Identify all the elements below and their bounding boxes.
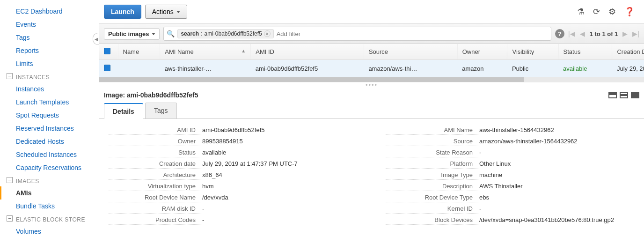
sidebar-link-spot[interactable]: Spot Requests [0, 109, 99, 122]
filter-scope-label: Public images [108, 30, 149, 37]
detail-value: 899538854915 [202, 138, 358, 146]
col-owner[interactable]: Owner [457, 44, 507, 60]
detail-value: AWS Thinstaller [479, 183, 635, 191]
pane-top-icon[interactable] [608, 92, 617, 98]
col-ami-id[interactable]: AMI ID [251, 44, 364, 60]
chip-sep: : [201, 30, 202, 37]
sort-asc-icon: ▲ [241, 48, 246, 53]
sidebar-link-tags[interactable]: Tags [0, 31, 99, 44]
detail-value: - [202, 205, 358, 214]
details-right-column: AMI Nameaws-thinstaller-1564432962 Sourc… [386, 126, 635, 228]
chip-remove-icon[interactable]: × [264, 30, 271, 37]
select-all-checkbox[interactable] [104, 48, 110, 54]
chip-key: search [181, 30, 199, 37]
detail-label: Description [386, 183, 479, 191]
cell-ami-name: aws-thinstaller-… [160, 60, 251, 78]
detail-label: Source [386, 138, 479, 146]
split-handle-icon[interactable]: •••• [99, 82, 644, 88]
filter-scope-dropdown[interactable]: Public images [104, 28, 160, 40]
details-body: AMI IDami-0bab9d6dffb52fef5 Owner8995388… [99, 119, 644, 235]
detail-value: x86_64 [202, 171, 358, 180]
detail-label: RAM disk ID [109, 205, 202, 214]
row-checkbox[interactable] [104, 65, 110, 71]
cell-source: amazon/aws-thi… [364, 60, 457, 78]
detail-value: ami-0bab9d6dffb52fef5 [202, 126, 358, 135]
gear-icon[interactable]: ⚙ [608, 7, 616, 17]
help-top-icon[interactable]: ❓ [624, 7, 635, 17]
col-status[interactable]: Status [558, 44, 612, 60]
chevron-down-icon [152, 33, 155, 35]
add-filter-input[interactable] [277, 30, 548, 37]
sidebar-group-ebs: ELASTIC BLOCK STORE [0, 213, 99, 225]
detail-value: available [202, 149, 358, 157]
sidebar: EC2 Dashboard Events Tags Reports Limits… [0, 0, 99, 244]
cell-status: available [558, 60, 612, 78]
page-first-icon[interactable]: |◀ [568, 30, 575, 37]
pane-split-icon[interactable] [620, 92, 628, 98]
search-box[interactable]: 🔍 search : ami-0bab9d6dffb52fef5 × [163, 27, 551, 41]
cell-name [118, 60, 160, 78]
search-icon: 🔍 [167, 30, 175, 37]
tab-details[interactable]: Details [104, 103, 143, 119]
sidebar-link-limits[interactable]: Limits [0, 57, 99, 70]
col-visibility[interactable]: Visibility [507, 44, 558, 60]
detail-value: aws-thinstaller-1564432962 [479, 126, 635, 135]
main-panel: Launch Actions ⚗ ⟳ ⚙ ❓ Public images 🔍 s… [99, 0, 644, 244]
detail-label: Platform [386, 160, 479, 169]
page-last-icon[interactable]: ▶| [632, 30, 639, 37]
pane-layout-icons [608, 92, 639, 98]
table-row[interactable]: aws-thinstaller-… ami-0bab9d6dffb52fef5 … [99, 60, 644, 78]
sidebar-link-reserved[interactable]: Reserved Instances [0, 122, 99, 135]
collapse-icon[interactable]: − [7, 73, 13, 79]
detail-header: Image: ami-0bab9d6dffb52fef5 [99, 88, 644, 103]
sidebar-link-launch-templates[interactable]: Launch Templates [0, 96, 99, 109]
actions-button[interactable]: Actions [145, 5, 187, 19]
detail-value: - [202, 216, 358, 225]
detail-value: machine [479, 171, 635, 180]
col-source[interactable]: Source [364, 44, 457, 60]
pager: |◀ ◀ 1 to 1 of 1 ▶ ▶| [568, 30, 639, 37]
sidebar-link-capacity[interactable]: Capacity Reservations [0, 161, 99, 174]
refresh-icon[interactable]: ⟳ [593, 7, 600, 17]
help-icon[interactable]: ? [555, 29, 564, 38]
sidebar-group-images: IMAGES [0, 174, 99, 186]
detail-label: Block Devices [386, 216, 479, 225]
detail-label: Creation date [109, 160, 202, 169]
cell-creation: July 29, 2019 at 1:47:37 PM… [612, 60, 644, 78]
col-name[interactable]: Name [118, 44, 160, 60]
sidebar-link-volumes[interactable]: Volumes [0, 225, 99, 238]
pager-text: 1 to 1 of 1 [590, 30, 618, 37]
horizontal-scrollbar[interactable] [99, 77, 644, 82]
detail-label: Architecture [109, 171, 202, 180]
cell-ami-id: ami-0bab9d6dffb52fef5 [251, 60, 364, 78]
page-prev-icon[interactable]: ◀ [580, 30, 585, 37]
sidebar-link-reports[interactable]: Reports [0, 44, 99, 57]
top-icons: ⚗ ⟳ ⚙ ❓ [577, 7, 639, 17]
page-next-icon[interactable]: ▶ [622, 30, 628, 37]
col-creation[interactable]: Creation Date [612, 44, 644, 60]
sidebar-link-dashboard[interactable]: EC2 Dashboard [0, 5, 99, 18]
toolbar: Launch Actions ⚗ ⟳ ⚙ ❓ [99, 0, 644, 23]
sidebar-link-amis[interactable]: AMIs [0, 186, 99, 200]
filter-chip[interactable]: search : ami-0bab9d6dffb52fef5 × [177, 29, 273, 38]
detail-value: July 29, 2019 at 1:47:37 PM UTC-7 [202, 160, 358, 169]
col-ami-name[interactable]: AMI Name▲ [160, 44, 251, 60]
detail-label: Status [109, 149, 202, 157]
sidebar-link-instances[interactable]: Instances [0, 82, 99, 96]
sidebar-link-bundle[interactable]: Bundle Tasks [0, 200, 99, 213]
sidebar-link-scheduled[interactable]: Scheduled Instances [0, 148, 99, 161]
detail-value: amazon/aws-thinstaller-1564432962 [479, 138, 635, 146]
tab-tags[interactable]: Tags [145, 103, 177, 118]
sidebar-link-dedicated[interactable]: Dedicated Hosts [0, 135, 99, 148]
detail-label: Product Codes [109, 216, 202, 225]
sidebar-link-events[interactable]: Events [0, 18, 99, 31]
collapse-icon[interactable]: − [7, 215, 13, 222]
detail-label: Root Device Type [386, 194, 479, 202]
detail-value: /dev/xvda [202, 194, 358, 202]
collapse-icon[interactable]: − [7, 177, 13, 183]
pane-full-icon[interactable] [631, 92, 639, 98]
flask-icon[interactable]: ⚗ [577, 7, 585, 17]
detail-title: Image: ami-0bab9d6dffb52fef5 [104, 91, 198, 99]
table-scroll[interactable]: Name AMI Name▲ AMI ID Source Owner Visib… [99, 44, 644, 77]
launch-button[interactable]: Launch [104, 5, 141, 19]
